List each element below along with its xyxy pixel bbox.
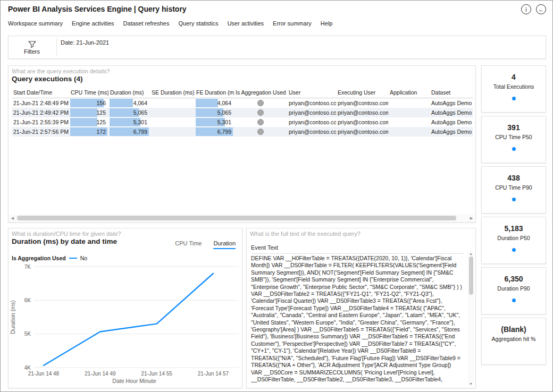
cell-dataset: AutoAggs Demo xyxy=(430,98,473,108)
kpi-label: CPU Time P50 xyxy=(482,134,546,140)
cell-cpu: 172 xyxy=(69,127,108,137)
data-bar xyxy=(196,99,218,107)
event-text-column-header[interactable]: Event Text xyxy=(251,244,464,254)
kpi-dot-icon xyxy=(512,299,516,302)
cell-application xyxy=(388,108,430,117)
kpi-label: Duration P90 xyxy=(482,285,546,292)
info-icon[interactable]: i xyxy=(521,4,531,14)
legend-series-label: No xyxy=(80,255,87,261)
date-filter-value[interactable]: Date: 21-Jun-2021 xyxy=(61,39,109,46)
column-header-start[interactable]: Start Date/Time xyxy=(12,87,69,98)
filter-funnel-icon xyxy=(28,41,36,48)
nav-tab-dataset-refreshes[interactable]: Dataset refreshes xyxy=(123,20,170,27)
back-arrow-icon[interactable]: ← xyxy=(536,4,546,14)
legend-line-swatch xyxy=(69,258,77,259)
scroll-down-icon[interactable]: ▼ xyxy=(467,382,474,386)
kpi-label: Duration P50 xyxy=(482,235,546,241)
scrollbar-thumb[interactable] xyxy=(469,257,473,295)
column-header-executing_user[interactable]: Executing User xyxy=(336,87,388,98)
horizontal-scrollbar[interactable]: ◀ ▶ xyxy=(9,215,475,221)
cell-value: 125 xyxy=(96,109,106,116)
toggle-cpu-time[interactable]: CPU Time xyxy=(175,240,202,249)
table-row[interactable]: 21-Jun-21 2:55:39 PM1255,3015,301priyan@… xyxy=(12,117,473,127)
column-header-user[interactable]: User xyxy=(287,87,336,98)
panel-question: What is duration/CPU time for given date… xyxy=(12,231,242,237)
nav-tab-help[interactable]: Help xyxy=(321,20,333,27)
svg-text:6K: 6K xyxy=(24,297,31,303)
nav-tab-error-summary[interactable]: Error summary xyxy=(273,20,312,27)
svg-text:21-Jun 14 49: 21-Jun 14 49 xyxy=(85,371,116,377)
cell-cpu: 125 xyxy=(69,108,108,117)
cell-fe: 6,799 xyxy=(195,127,234,137)
nav-tab-engine-activities[interactable]: Engine activities xyxy=(72,20,114,27)
aggregation-indicator-icon xyxy=(257,100,264,106)
scrollbar-thumb[interactable] xyxy=(17,216,456,220)
cell-executing_user: priyan@contoso.com xyxy=(336,117,388,127)
filters-button[interactable]: Filters xyxy=(13,38,51,57)
cell-dataset: AutoAggs Demo xyxy=(430,108,473,117)
page-title: Power BI Analysis Services Engine | Quer… xyxy=(8,5,187,13)
column-header-fe[interactable]: FE Duration (ms) xyxy=(195,87,234,98)
cell-value: 125 xyxy=(96,119,106,125)
cell-dataset: AutoAggs Demo xyxy=(430,127,473,137)
column-header-duration[interactable]: Duration (ms) xyxy=(108,87,150,98)
cell-fe: 4,064 xyxy=(195,98,234,108)
kpi-value: 438 xyxy=(482,174,546,182)
cell-executing_user: priyan@contoso.com xyxy=(336,127,388,137)
cell-user: priyan@contoso.com xyxy=(287,108,336,117)
svg-text:Date Hour Minute: Date Hour Minute xyxy=(112,378,156,384)
kpi-dot-icon xyxy=(512,97,516,100)
column-header-cpu[interactable]: CPU Time (ms) xyxy=(69,87,108,98)
column-header-se[interactable]: SE Duration (ms) xyxy=(150,87,195,98)
svg-text:Duration (ms): Duration (ms) xyxy=(10,300,16,334)
cell-value: 4,064 xyxy=(217,100,231,106)
kpi-card-duration-p50: 5,183Duration P50 xyxy=(481,217,546,264)
nav-tab-user-activities[interactable]: User activities xyxy=(228,20,264,27)
cell-start: 21-Jun-21 2:48:49 PM xyxy=(12,98,69,108)
svg-text:4K: 4K xyxy=(24,365,31,371)
cell-se xyxy=(150,98,195,108)
kpi-value: 391 xyxy=(482,123,546,132)
nav-tab-query-statistics[interactable]: Query statistics xyxy=(178,20,218,27)
svg-text:21-Jun 14 57: 21-Jun 14 57 xyxy=(198,371,229,377)
panel-title: Query executions (4) xyxy=(12,75,475,83)
report-nav: Workspace summaryEngine activitiesDatase… xyxy=(8,20,332,27)
kpi-card-total-executions: 4Total Executions xyxy=(481,65,546,113)
scroll-left-icon[interactable]: ◀ xyxy=(9,216,16,220)
kpi-card-duration-p90: 6,350Duration P90 xyxy=(481,267,546,314)
cell-application xyxy=(388,117,430,127)
nav-tab-workspace-summary[interactable]: Workspace summary xyxy=(8,20,63,27)
kpi-label: Total Executions xyxy=(482,83,546,90)
query-executions-panel: What are the query execution details? Qu… xyxy=(8,65,476,223)
column-header-application[interactable]: Application xyxy=(388,87,430,98)
toggle-duration[interactable]: Duration xyxy=(213,240,236,249)
panel-question: What is the full text of the executed qu… xyxy=(250,231,475,237)
filter-bar: Filters Date: 21-Jun-2021 xyxy=(8,36,546,59)
chart-legend: Is Aggregation Used No xyxy=(12,255,87,261)
kpi-dot-icon xyxy=(512,147,516,151)
data-bar xyxy=(70,118,97,126)
column-header-dataset[interactable]: Dataset xyxy=(430,87,473,98)
filter-divider xyxy=(56,39,57,56)
kpi-dot-icon xyxy=(512,198,516,201)
duration-line-chart[interactable]: 4K5K6K7K21-Jun 14 4821-Jun 14 4921-Jun 1… xyxy=(10,262,242,386)
cell-start: 21-Jun-21 2:55:39 PM xyxy=(12,117,69,127)
cell-application xyxy=(388,127,430,137)
cell-se xyxy=(150,127,195,137)
cell-application xyxy=(388,98,430,108)
kpi-label: Aggregation hit % xyxy=(482,336,546,342)
cell-dataset: AutoAggs Demo xyxy=(430,117,473,127)
aggregation-indicator-icon xyxy=(257,109,264,116)
svg-text:7K: 7K xyxy=(24,264,31,270)
table-row[interactable]: 21-Jun-21 2:48:49 PM1564,0644,064priyan@… xyxy=(12,98,473,108)
vertical-scrollbar[interactable]: ▲ ▼ xyxy=(467,252,474,386)
scroll-right-icon[interactable]: ▶ xyxy=(468,216,475,220)
cell-value: 5,301 xyxy=(217,119,231,125)
column-header-is_aggregation_used[interactable]: Is Aggregation Used xyxy=(234,87,287,98)
table-row[interactable]: 21-Jun-21 2:57:56 PM1726,7996,799priyan@… xyxy=(12,127,473,137)
table-row[interactable]: 21-Jun-21 2:49:42 PM1255,0655,065priyan@… xyxy=(12,108,473,117)
data-bar xyxy=(110,99,133,107)
scroll-up-icon[interactable]: ▲ xyxy=(467,252,474,255)
cell-is_aggregation_used xyxy=(234,127,287,137)
cell-user: priyan@contoso.com xyxy=(287,127,336,137)
